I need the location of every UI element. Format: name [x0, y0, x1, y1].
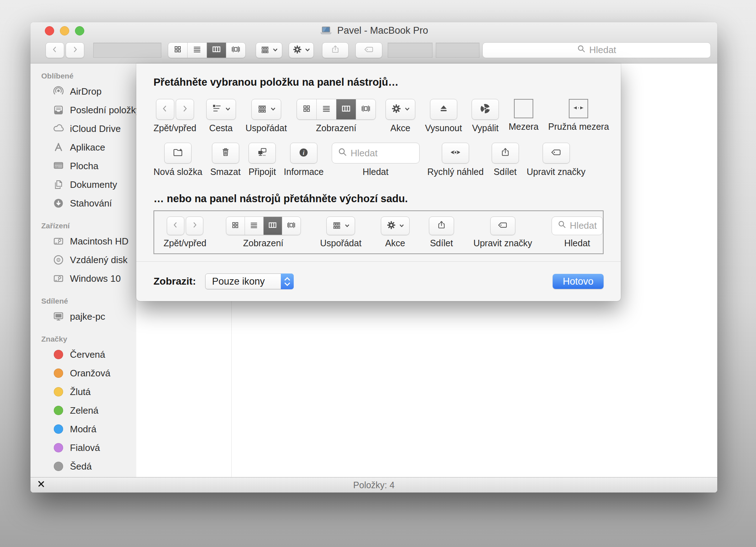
palette-item-delete[interactable]: Smazat	[210, 143, 241, 177]
default-toolbar-set[interactable]: Zpět/vpřed Zobrazení	[153, 210, 604, 254]
palette-item-label: Rychlý náhled	[427, 167, 484, 177]
toolbar-search-field[interactable]: Hledat	[482, 42, 711, 58]
palette-item-flexible-space[interactable]: Pružná mezera	[548, 99, 609, 132]
view-segmented-control	[297, 99, 376, 120]
default-item-share[interactable]: Sdílet	[429, 217, 454, 248]
sidebar-section-shared: Sdílené	[30, 295, 136, 307]
icon-view-segment[interactable]	[168, 43, 187, 58]
default-item-search[interactable]: Hledat Hledat	[552, 217, 603, 248]
sidebar-item-tag-green[interactable]: Zelená	[30, 401, 136, 420]
list-view-segment	[245, 217, 263, 235]
sidebar-item-remote-disc[interactable]: Vzdálený disk	[30, 251, 136, 269]
coverflow-view-segment[interactable]	[226, 43, 245, 58]
sidebar-item-label: Červená	[70, 349, 105, 360]
sidebar-item-tag-red[interactable]: Červená	[30, 345, 136, 364]
toolbar: Hledat	[30, 39, 717, 63]
chevron-down-icon	[399, 223, 404, 229]
edit-tags-button[interactable]	[355, 42, 382, 58]
window-title-text: Pavel - MacBook Pro	[337, 25, 428, 36]
default-item-label: Upravit značky	[473, 238, 532, 248]
tag-color-dot	[54, 350, 63, 359]
sidebar-item-airdrop[interactable]: AirDrop	[30, 82, 136, 101]
palette-item-eject[interactable]: Vysunout	[425, 99, 462, 133]
palette-item-back-forward[interactable]: Zpět/vpřed	[153, 99, 197, 133]
palette-item-arrange[interactable]: Uspořádat	[246, 99, 287, 133]
palette-item-view[interactable]: Zobrazení	[297, 99, 376, 133]
palette-item-quick-look[interactable]: Rychlý náhled	[427, 143, 484, 177]
default-item-back-forward[interactable]: Zpět/vpřed	[164, 217, 207, 248]
toolbar-empty-slot	[436, 43, 479, 58]
default-item-action[interactable]: Akce	[381, 217, 410, 248]
palette-item-space[interactable]: Mezera	[509, 99, 538, 132]
search-field: Hledat	[332, 143, 420, 163]
list-view-segment[interactable]	[187, 43, 207, 58]
sidebar-item-tag-purple[interactable]: Fialová	[30, 438, 136, 457]
download-icon	[52, 197, 65, 210]
palette-item-label: Informace	[284, 167, 323, 177]
default-item-view[interactable]: Zobrazení	[226, 217, 301, 248]
tag-color-dot	[54, 462, 63, 471]
burn-icon	[479, 103, 491, 116]
sidebar-item-tag-yellow[interactable]: Žlutá	[30, 382, 136, 401]
default-item-label: Akce	[385, 238, 405, 248]
sidebar-item-windows-10[interactable]: Windows 10	[30, 269, 136, 288]
sheet-default-set-heading: … nebo na panel nástrojů přetáhněte vých…	[153, 177, 604, 205]
show-label: Zobrazit:	[153, 276, 196, 287]
path-icon	[212, 103, 222, 115]
chevron-down-icon	[273, 47, 278, 53]
sidebar-item-documents[interactable]: Dokumenty	[30, 175, 136, 194]
sidebar-item-tag-orange[interactable]: Oranžová	[30, 364, 136, 382]
column-view-segment[interactable]	[207, 43, 226, 58]
close-button[interactable]	[45, 26, 54, 35]
arrange-grid-icon	[260, 44, 270, 56]
palette-item-label: Připojit	[249, 167, 276, 177]
palette-item-connect[interactable]: Připojit	[249, 143, 276, 177]
tag-icon	[497, 220, 509, 232]
back-button[interactable]	[46, 42, 64, 58]
coverflow-view-segment	[356, 99, 375, 119]
palette-item-action[interactable]: Akce	[386, 99, 415, 133]
action-button[interactable]	[289, 42, 314, 58]
sidebar-section-tags: Značky	[30, 333, 136, 345]
forward-button	[176, 99, 194, 120]
sidebar-item-desktop[interactable]: Plocha	[30, 157, 136, 175]
palette-item-path[interactable]: Cesta	[206, 99, 236, 133]
trash-icon	[220, 147, 231, 159]
gear-icon	[391, 103, 402, 115]
show-mode-popup[interactable]: Pouze ikony	[205, 274, 294, 289]
forward-button[interactable]	[66, 42, 84, 58]
palette-item-edit-tags[interactable]: Upravit značky	[527, 143, 586, 177]
minimize-button[interactable]	[60, 26, 69, 35]
coverflow-view-icon	[287, 220, 296, 231]
sidebar-item-macintosh-hd[interactable]: Macintosh HD	[30, 232, 136, 251]
sidebar-item-tag-blue[interactable]: Modrá	[30, 420, 136, 438]
default-item-edit-tags[interactable]: Upravit značky	[473, 217, 532, 248]
sidebar-item-icloud-drive[interactable]: iCloud Drive	[30, 119, 136, 138]
sidebar-item-pajke-pc[interactable]: pajke-pc	[30, 307, 136, 326]
palette-item-burn[interactable]: Vypálit	[472, 99, 499, 133]
chevron-left-icon	[160, 103, 170, 115]
default-item-label: Zobrazení	[243, 238, 284, 248]
palette-item-label: Zobrazení	[316, 123, 356, 133]
done-button[interactable]: Hotovo	[553, 274, 604, 289]
back-button	[156, 99, 174, 120]
palette-item-info[interactable]: i Informace	[284, 143, 323, 177]
palette-item-new-folder[interactable]: Nová složka	[153, 143, 202, 177]
sidebar-item-recents[interactable]: Poslední položky	[30, 101, 136, 119]
chevron-right-icon	[179, 103, 190, 115]
palette-item-label: Akce	[391, 123, 411, 133]
share-button[interactable]	[322, 42, 349, 58]
sidebar-item-downloads[interactable]: Stahování	[30, 194, 136, 213]
default-item-label: Zpět/vpřed	[164, 238, 207, 248]
sidebar-item-tag-gray[interactable]: Šedá	[30, 457, 136, 476]
palette-item-share[interactable]: Sdílet	[492, 143, 519, 177]
tag-color-dot	[54, 406, 63, 415]
default-item-label: Uspořádat	[320, 238, 362, 248]
sidebar-item-applications[interactable]: Aplikace	[30, 138, 136, 157]
zoom-button[interactable]	[75, 26, 84, 35]
sidebar-item-label: Fialová	[70, 442, 100, 453]
palette-item-search[interactable]: Hledat Hledat	[332, 143, 420, 177]
gear-icon	[292, 44, 302, 56]
default-item-arrange[interactable]: Uspořádat	[320, 217, 362, 248]
arrange-button[interactable]	[256, 42, 282, 58]
